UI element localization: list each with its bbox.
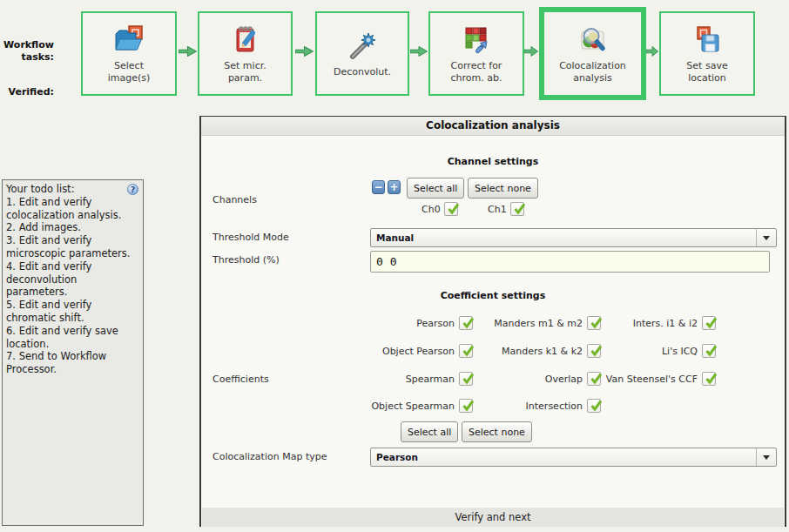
channels-select-none-button[interactable]: Select none <box>468 178 538 199</box>
correct-chromatic-ab-icon <box>460 24 493 57</box>
deconvolution-icon <box>346 30 379 63</box>
spearman-checkbox[interactable] <box>459 372 473 386</box>
workflow-step-label: image(s) <box>108 72 151 84</box>
workflow-arrow-icon <box>179 46 197 57</box>
coefficient-object-spearman: Object Spearman <box>371 399 473 413</box>
coefficient-label: Van Steensel's CCF <box>606 374 698 385</box>
coefficient-label: Manders m1 & m2 <box>494 318 583 329</box>
coefficient-label: Overlap <box>545 374 583 385</box>
workflow-step-label: Select <box>114 60 144 72</box>
threshold-input[interactable] <box>370 251 770 273</box>
workflow-step-label: analysis <box>573 72 612 84</box>
todo-panel: ? Your todo list: 1. Edit and verify col… <box>2 179 144 526</box>
ch0-checkbox[interactable] <box>444 202 458 216</box>
threshold-pct-label: Threshold (%) <box>212 254 280 266</box>
object-spearman-checkbox[interactable] <box>459 399 473 413</box>
coefficient-object-pearson: Object Pearson <box>382 344 473 358</box>
coefficient-label: Inters. i1 & i2 <box>633 318 698 329</box>
coefficient-inters-i1-i2: Inters. i1 & i2 <box>633 316 716 330</box>
todo-item: 6. Edit and verify save location. <box>6 325 136 351</box>
ch1-checkbox[interactable] <box>510 202 524 216</box>
coefficient-label: Object Pearson <box>382 346 455 357</box>
workflow-arrow-icon <box>646 46 658 57</box>
pearson-checkbox[interactable] <box>459 316 473 330</box>
workflow-step-label: Colocalization <box>559 60 626 72</box>
select-images-icon <box>112 24 145 57</box>
colocalization-analysis-icon <box>577 24 610 57</box>
channels-label: Channels <box>212 194 257 205</box>
li-s-icq-checkbox[interactable] <box>702 344 716 358</box>
map-type-value: Pearson <box>371 448 756 466</box>
workflow-tasks-label: Workflow tasks: <box>0 39 54 64</box>
todo-item: 1. Edit and verify colocalization analys… <box>6 196 136 222</box>
coefficient-label: Object Spearman <box>371 401 455 412</box>
intersection-checkbox[interactable] <box>587 399 601 413</box>
workflow-step-set-save-location[interactable]: Set savelocation <box>659 11 755 96</box>
coefficient-label: Spearman <box>406 374 455 385</box>
workflow-step-colocalization-analysis[interactable]: Colocalizationanalysis <box>539 7 646 100</box>
colocalization-panel: Colocalization analysis Channel settings… <box>199 116 786 527</box>
workflow-step-set-microscopic-params[interactable]: Set micr.param. <box>198 11 293 96</box>
help-icon[interactable]: ? <box>127 184 138 195</box>
coefficient-manders-k1-k2: Manders k1 & k2 <box>502 344 601 358</box>
todo-item: 4. Edit and verify deconvolution paramet… <box>6 260 136 299</box>
todo-item: 2. Add images. <box>6 221 136 234</box>
channel-label: Ch1 <box>488 204 507 215</box>
todo-item: 7. Send to Workflow Processor. <box>6 350 136 376</box>
overlap-checkbox[interactable] <box>587 372 601 386</box>
coefficient-label: Pearson <box>416 318 455 329</box>
threshold-mode-label: Threshold Mode <box>212 232 289 243</box>
map-type-select[interactable]: Pearson <box>370 448 777 467</box>
channel-ch0: Ch0 <box>421 202 458 216</box>
workflow-verified-label: Verified: <box>0 86 54 98</box>
coefficient-label: Manders k1 & k2 <box>502 346 583 357</box>
coefficients-select-none-button[interactable]: Select none <box>462 421 532 442</box>
manders-k1-k2-checkbox[interactable] <box>587 344 601 358</box>
workflow-step-correct-chromatic-ab[interactable]: Correct forchrom. ab. <box>428 11 524 96</box>
workflow-arrow-icon <box>524 46 538 57</box>
set-microscopic-params-icon <box>229 24 262 57</box>
panel-title: Colocalization analysis <box>201 117 785 136</box>
dropdown-arrow-icon <box>756 229 776 246</box>
verify-and-next-button[interactable]: Verify and next <box>202 508 784 527</box>
workflow-arrow-icon <box>295 46 314 57</box>
channel-label: Ch0 <box>421 204 441 215</box>
channel-ch1: Ch1 <box>488 202 524 216</box>
workflow-step-label: chrom. ab. <box>451 72 502 84</box>
channel-settings-heading: Channel settings <box>201 156 785 167</box>
map-type-label: Colocalization Map type <box>212 451 327 462</box>
workflow-step-label: Set save <box>686 60 727 72</box>
coefficient-spearman: Spearman <box>406 372 473 386</box>
threshold-mode-select[interactable]: Manual <box>370 228 777 247</box>
object-pearson-checkbox[interactable] <box>459 344 473 358</box>
dropdown-arrow-icon <box>756 448 776 466</box>
remove-channel-button[interactable]: − <box>372 180 385 194</box>
coefficient-van-steensel-s-ccf: Van Steensel's CCF <box>606 372 716 386</box>
todo-item: 3. Edit and verify microscopic parameter… <box>6 234 136 260</box>
workflow-step-deconvolution[interactable]: Deconvolut. <box>315 11 409 96</box>
coefficient-settings-heading: Coefficient settings <box>201 290 785 301</box>
inters-i1-i2-checkbox[interactable] <box>702 316 716 330</box>
set-save-location-icon <box>691 24 724 57</box>
todo-item: 5. Edit and verify chromatic shift. <box>6 299 136 325</box>
coefficient-pearson: Pearson <box>416 316 473 330</box>
channels-select-all-button[interactable]: Select all <box>407 178 464 199</box>
workflow-arrow-icon <box>410 46 428 57</box>
workflow-step-label: Set micr. <box>224 60 266 72</box>
coefficient-label: Intersection <box>526 401 583 412</box>
coefficients-select-all-button[interactable]: Select all <box>401 421 458 442</box>
van-steensel-s-ccf-checkbox[interactable] <box>702 372 716 386</box>
panel-content: Channel settings − + Select all Select n… <box>201 136 785 506</box>
workflow-step-label: location <box>688 72 726 84</box>
coefficient-intersection: Intersection <box>526 399 601 413</box>
todo-title: Your todo list: <box>6 183 139 196</box>
workflow-step-select-images[interactable]: Selectimage(s) <box>81 11 177 96</box>
workflow-step-label: param. <box>228 72 262 84</box>
coefficient-li-s-icq: Li's ICQ <box>662 344 716 358</box>
workflow-step-label: Deconvolut. <box>334 66 391 78</box>
coefficient-label: Li's ICQ <box>662 346 698 357</box>
add-channel-button[interactable]: + <box>388 180 401 194</box>
threshold-mode-value: Manual <box>371 229 756 246</box>
coefficients-label: Coefficients <box>212 374 269 385</box>
manders-m1-m2-checkbox[interactable] <box>587 316 601 330</box>
